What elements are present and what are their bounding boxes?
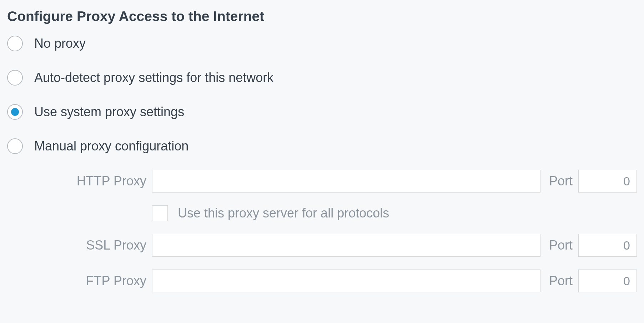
radio-label-no-proxy: No proxy: [34, 36, 86, 51]
radio-icon: [7, 36, 23, 51]
http-proxy-label: HTTP Proxy: [43, 174, 146, 189]
radio-manual[interactable]: Manual proxy configuration: [7, 138, 637, 154]
ftp-port-input[interactable]: [578, 270, 637, 292]
ssl-proxy-input[interactable]: [152, 234, 540, 257]
page-title: Configure Proxy Access to the Internet: [7, 9, 637, 24]
ftp-proxy-row: FTP Proxy Port: [43, 270, 637, 292]
radio-system-proxy[interactable]: Use system proxy settings: [7, 104, 637, 120]
http-port-label: Port: [549, 174, 573, 189]
ssl-proxy-row: SSL Proxy Port: [43, 234, 637, 257]
radio-icon: [7, 138, 23, 154]
ftp-proxy-input[interactable]: [152, 270, 540, 292]
ssl-proxy-label: SSL Proxy: [43, 238, 146, 253]
ssl-port-label: Port: [549, 238, 573, 253]
ftp-proxy-label: FTP Proxy: [43, 273, 146, 288]
manual-proxy-fields: HTTP Proxy Port Use this proxy server fo…: [43, 170, 637, 292]
radio-icon: [7, 70, 23, 86]
radio-label-system-proxy: Use system proxy settings: [34, 104, 184, 119]
checkbox-icon[interactable]: [152, 205, 168, 221]
radio-auto-detect[interactable]: Auto-detect proxy settings for this netw…: [7, 70, 637, 86]
use-all-protocols-row[interactable]: Use this proxy server for all protocols: [152, 205, 637, 221]
radio-no-proxy[interactable]: No proxy: [7, 36, 637, 51]
radio-icon-selected: [7, 104, 23, 120]
radio-label-manual: Manual proxy configuration: [34, 139, 188, 154]
ftp-port-label: Port: [549, 273, 573, 288]
ssl-port-input[interactable]: [578, 234, 637, 257]
radio-label-auto-detect: Auto-detect proxy settings for this netw…: [34, 70, 273, 85]
http-proxy-input[interactable]: [152, 170, 540, 193]
radio-dot-icon: [11, 108, 19, 116]
http-port-input[interactable]: [578, 170, 637, 193]
use-all-protocols-label: Use this proxy server for all protocols: [178, 206, 389, 221]
proxy-mode-radio-group: No proxy Auto-detect proxy settings for …: [7, 36, 637, 154]
http-proxy-row: HTTP Proxy Port: [43, 170, 637, 193]
